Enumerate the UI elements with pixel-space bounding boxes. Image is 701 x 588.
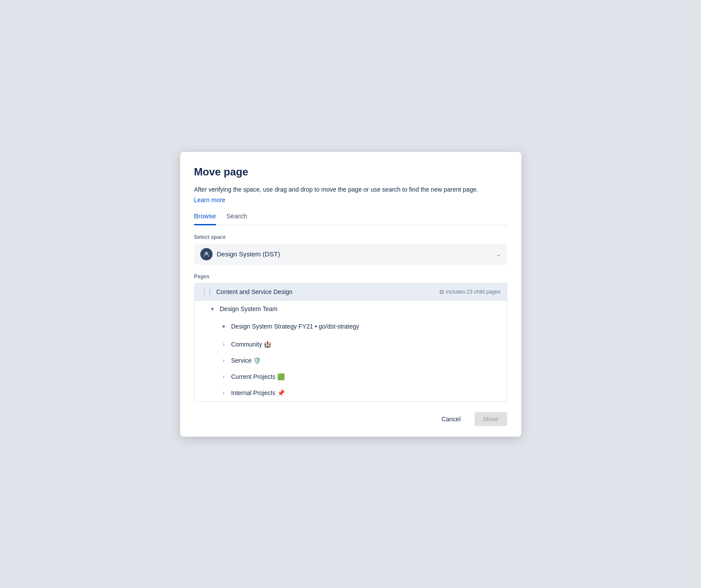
page-name: Design System Strategy FY21 • go/dst-str… (231, 323, 501, 330)
space-name: Design System (DST) (217, 250, 280, 258)
space-icon (200, 248, 213, 260)
list-item[interactable]: ›Service 🛡️ (195, 353, 507, 369)
page-name: Design System Team (220, 305, 501, 312)
page-name: Current Projects 🟩 (231, 373, 501, 380)
bullet-icon: • (220, 322, 228, 332)
expand-icon[interactable]: ▾ (209, 305, 216, 312)
pages-list: ⋮⋮Content and Service Design⧉includes 23… (194, 283, 507, 402)
dialog-description: After verifying the space, use drag and … (194, 185, 507, 194)
list-item[interactable]: •Design System Strategy FY21 • go/dst-st… (195, 317, 507, 336)
expand-icon[interactable]: › (220, 389, 228, 396)
expand-icon[interactable]: › (220, 373, 228, 380)
page-name: Service 🛡️ (231, 357, 501, 364)
tabs-container: Browse Search (194, 212, 507, 225)
list-item[interactable]: ›Current Projects 🟩 (195, 369, 507, 385)
list-item[interactable]: ⋮⋮Content and Service Design⧉includes 23… (195, 284, 507, 301)
pages-section-label: Pages (194, 273, 507, 280)
move-button[interactable]: Move (474, 412, 507, 426)
space-section-label: Select space (194, 234, 507, 240)
dialog-footer: Cancel Move (194, 412, 507, 426)
drag-handle-icon[interactable]: ⋮⋮ (201, 288, 212, 296)
child-pages-badge: ⧉includes 23 child pages (439, 288, 501, 296)
expand-icon[interactable]: › (220, 341, 228, 347)
list-item[interactable]: ▾Design System Team (195, 301, 507, 317)
list-item[interactable]: ›Community 🏰 (195, 336, 507, 353)
child-pages-count: includes 23 child pages (446, 289, 501, 295)
expand-icon[interactable]: › (220, 357, 228, 364)
learn-more-link[interactable]: Learn more (194, 196, 226, 203)
copy-icon: ⧉ (439, 288, 444, 296)
space-selector-left: Design System (DST) (200, 248, 280, 260)
list-item[interactable]: ›Internal Projects 📌 (195, 385, 507, 401)
chevron-down-icon: ⌄ (496, 251, 501, 258)
cancel-button[interactable]: Cancel (433, 412, 470, 426)
move-page-dialog: Move page After verifying the space, use… (180, 152, 521, 437)
page-name: Internal Projects 📌 (231, 389, 501, 396)
tab-search[interactable]: Search (227, 212, 248, 225)
tab-browse[interactable]: Browse (194, 212, 216, 225)
page-name: Content and Service Design (216, 288, 439, 295)
space-selector[interactable]: Design System (DST) ⌄ (194, 244, 507, 265)
page-name: Community 🏰 (231, 341, 501, 348)
dialog-title: Move page (194, 166, 507, 178)
